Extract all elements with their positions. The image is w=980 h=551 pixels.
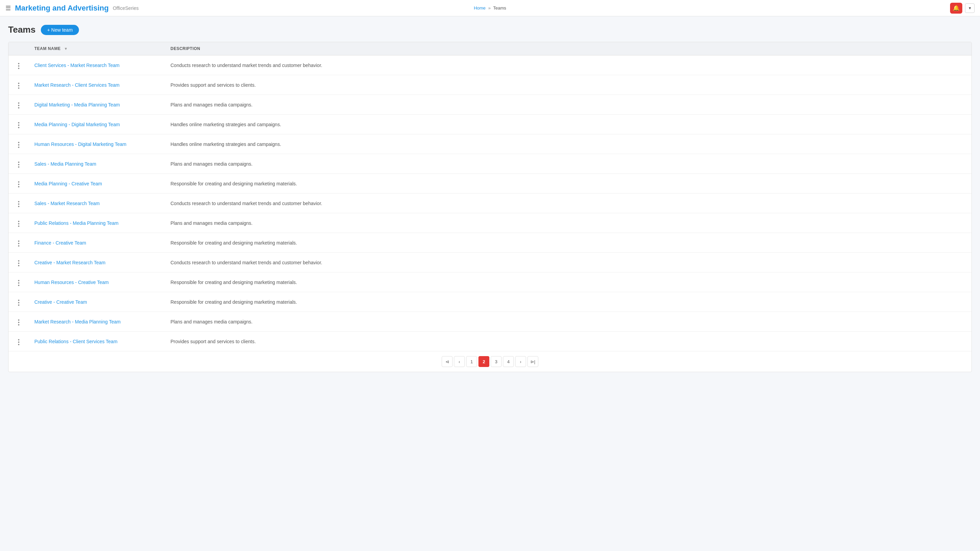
- pagination-prev[interactable]: ‹: [454, 356, 465, 367]
- teams-table: TEAM NAME ▼ DESCRIPTION Client Services …: [8, 42, 972, 351]
- row-description-cell: Responsible for creating and designing m…: [165, 174, 972, 194]
- team-name-link[interactable]: Human Resources - Digital Marketing Team: [34, 141, 127, 147]
- team-name-link[interactable]: Digital Marketing - Media Planning Team: [34, 102, 120, 108]
- table-row: Finance - Creative TeamResponsible for c…: [8, 233, 972, 253]
- team-name-link[interactable]: Public Relations - Media Planning Team: [34, 221, 118, 226]
- breadcrumb-current: Teams: [493, 5, 506, 11]
- row-description-cell: Handles online marketing strategies and …: [165, 114, 972, 134]
- app-subtitle: OfficeSeries: [113, 5, 138, 11]
- row-name-cell: Market Research - Client Services Team: [29, 75, 165, 95]
- row-actions-cell: [8, 134, 29, 154]
- navbar-actions: 🔔 ▾: [950, 3, 975, 14]
- row-actions-cell: [8, 174, 29, 194]
- row-context-menu-button[interactable]: [15, 219, 22, 228]
- notification-button[interactable]: 🔔: [950, 3, 962, 14]
- row-context-menu-button[interactable]: [15, 338, 22, 346]
- col-header-name: TEAM NAME ▼: [29, 42, 165, 56]
- row-actions-cell: [8, 292, 29, 312]
- teams-table-container: TEAM NAME ▼ DESCRIPTION Client Services …: [8, 42, 972, 372]
- row-name-cell: Public Relations - Client Services Team: [29, 332, 165, 351]
- row-context-menu-button[interactable]: [15, 298, 22, 307]
- filter-icon[interactable]: ▼: [64, 47, 68, 51]
- row-name-cell: Client Services - Market Research Team: [29, 56, 165, 75]
- breadcrumb-separator: »: [488, 5, 491, 11]
- row-context-menu-button[interactable]: [15, 140, 22, 149]
- row-description-cell: Provides support and services to clients…: [165, 75, 972, 95]
- row-description-cell: Plans and manages media campaigns.: [165, 95, 972, 114]
- row-description-cell: Plans and manages media campaigns.: [165, 154, 972, 174]
- pagination-page-1[interactable]: 1: [466, 356, 477, 367]
- table-row: Sales - Market Research TeamConducts res…: [8, 194, 972, 213]
- row-actions-cell: [8, 312, 29, 332]
- row-context-menu-button[interactable]: [15, 259, 22, 268]
- team-name-link[interactable]: Creative - Creative Team: [34, 299, 87, 305]
- row-name-cell: Human Resources - Creative Team: [29, 272, 165, 292]
- table-row: Creative - Market Research TeamConducts …: [8, 253, 972, 272]
- table-row: Public Relations - Client Services TeamP…: [8, 332, 972, 351]
- row-context-menu-button[interactable]: [15, 318, 22, 327]
- team-name-link[interactable]: Creative - Market Research Team: [34, 260, 105, 265]
- row-actions-cell: [8, 56, 29, 75]
- team-name-link[interactable]: Sales - Market Research Team: [34, 201, 100, 206]
- pagination-page-4[interactable]: 4: [503, 356, 514, 367]
- row-context-menu-button[interactable]: [15, 239, 22, 248]
- row-name-cell: Market Research - Media Planning Team: [29, 312, 165, 332]
- pagination-next[interactable]: ›: [515, 356, 526, 367]
- row-context-menu-button[interactable]: [15, 279, 22, 287]
- table-row: Client Services - Market Research TeamCo…: [8, 56, 972, 75]
- user-dropdown-button[interactable]: ▾: [965, 3, 975, 13]
- row-name-cell: Media Planning - Creative Team: [29, 174, 165, 194]
- row-description-cell: Responsible for creating and designing m…: [165, 233, 972, 253]
- row-name-cell: Public Relations - Media Planning Team: [29, 213, 165, 233]
- row-description-cell: Conducts research to understand market t…: [165, 194, 972, 213]
- table-header-row: TEAM NAME ▼ DESCRIPTION: [8, 42, 972, 56]
- team-name-link[interactable]: Media Planning - Digital Marketing Team: [34, 122, 120, 127]
- table-row: Public Relations - Media Planning TeamPl…: [8, 213, 972, 233]
- page-header: Teams + New team: [8, 24, 972, 35]
- row-context-menu-button[interactable]: [15, 101, 22, 110]
- row-name-cell: Digital Marketing - Media Planning Team: [29, 95, 165, 114]
- row-actions-cell: [8, 332, 29, 351]
- breadcrumb-home[interactable]: Home: [474, 5, 485, 11]
- row-context-menu-button[interactable]: [15, 121, 22, 130]
- pagination-page-3[interactable]: 3: [491, 356, 501, 367]
- row-context-menu-button[interactable]: [15, 180, 22, 189]
- table-row: Media Planning - Creative TeamResponsibl…: [8, 174, 972, 194]
- row-name-cell: Sales - Market Research Team: [29, 194, 165, 213]
- new-team-button[interactable]: + New team: [41, 25, 79, 35]
- app-title: Marketing and Advertising: [15, 4, 108, 13]
- team-name-link[interactable]: Human Resources - Creative Team: [34, 279, 108, 285]
- team-name-link[interactable]: Finance - Creative Team: [34, 240, 86, 246]
- row-description-cell: Plans and manages media campaigns.: [165, 213, 972, 233]
- team-name-link[interactable]: Market Research - Client Services Team: [34, 82, 119, 88]
- row-actions-cell: [8, 75, 29, 95]
- table-row: Market Research - Client Services TeamPr…: [8, 75, 972, 95]
- hamburger-icon[interactable]: ☰: [5, 5, 11, 12]
- row-actions-cell: [8, 114, 29, 134]
- table-row: Digital Marketing - Media Planning TeamP…: [8, 95, 972, 114]
- row-description-cell: Conducts research to understand market t…: [165, 56, 972, 75]
- row-description-cell: Provides support and services to clients…: [165, 332, 972, 351]
- pagination-page-2[interactable]: 2: [479, 356, 489, 367]
- table-row: Market Research - Media Planning TeamPla…: [8, 312, 972, 332]
- col-header-actions: [8, 42, 29, 56]
- team-name-link[interactable]: Sales - Media Planning Team: [34, 161, 96, 167]
- team-name-link[interactable]: Public Relations - Client Services Team: [34, 339, 118, 344]
- row-context-menu-button[interactable]: [15, 160, 22, 169]
- navbar: ☰ Marketing and Advertising OfficeSeries…: [0, 0, 980, 16]
- row-context-menu-button[interactable]: [15, 200, 22, 208]
- row-context-menu-button[interactable]: [15, 81, 22, 90]
- row-actions-cell: [8, 272, 29, 292]
- pagination-last[interactable]: ⊳|: [527, 356, 538, 367]
- row-name-cell: Creative - Creative Team: [29, 292, 165, 312]
- pagination-first[interactable]: ⊲: [442, 356, 453, 367]
- row-name-cell: Sales - Media Planning Team: [29, 154, 165, 174]
- breadcrumb: Home » Teams: [474, 5, 506, 11]
- team-name-link[interactable]: Media Planning - Creative Team: [34, 181, 102, 186]
- team-name-link[interactable]: Market Research - Media Planning Team: [34, 319, 121, 324]
- team-name-link[interactable]: Client Services - Market Research Team: [34, 63, 119, 68]
- row-actions-cell: [8, 233, 29, 253]
- row-context-menu-button[interactable]: [15, 62, 22, 70]
- table-row: Creative - Creative TeamResponsible for …: [8, 292, 972, 312]
- row-actions-cell: [8, 95, 29, 114]
